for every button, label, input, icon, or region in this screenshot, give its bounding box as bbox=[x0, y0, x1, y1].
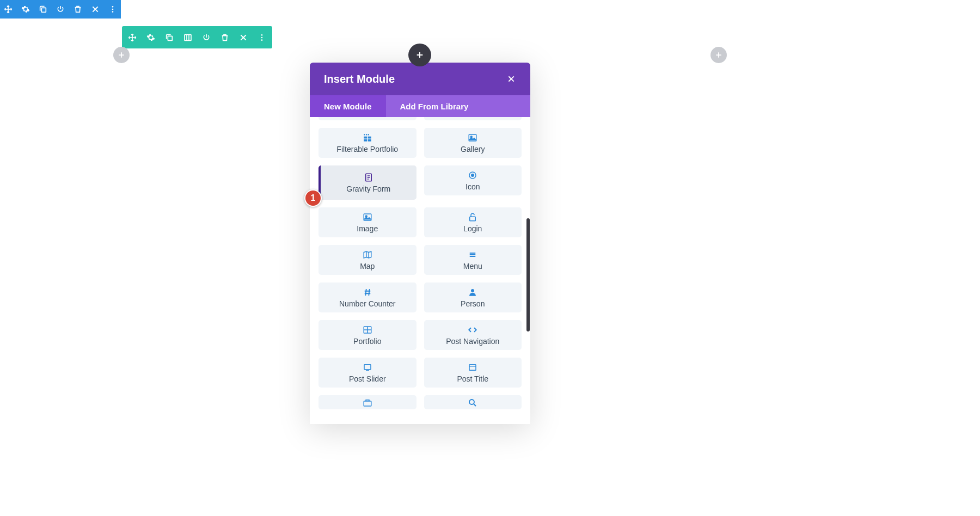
search-icon bbox=[468, 398, 477, 408]
modal-tabs: New Module Add From Library bbox=[310, 95, 530, 117]
add-module-button[interactable] bbox=[408, 44, 431, 66]
module-map[interactable]: Map bbox=[318, 245, 416, 275]
image-icon bbox=[468, 133, 477, 143]
module-filterable-portfolio[interactable]: Filterable Portfolio bbox=[318, 128, 416, 158]
module-label: Post Navigation bbox=[446, 337, 499, 346]
module-label: Filterable Portfolio bbox=[336, 145, 398, 153]
module-person[interactable]: Person bbox=[424, 282, 522, 312]
more-icon[interactable] bbox=[257, 33, 267, 42]
module-post-navigation[interactable]: Post Navigation bbox=[424, 320, 522, 350]
module-label: Menu bbox=[463, 262, 482, 271]
module-gallery[interactable]: Gallery bbox=[424, 128, 522, 158]
columns-icon[interactable] bbox=[183, 33, 193, 42]
svg-rect-13 bbox=[368, 139, 371, 142]
svg-rect-5 bbox=[185, 34, 191, 40]
tab-add-from-library[interactable]: Add From Library bbox=[386, 95, 530, 117]
form-icon bbox=[364, 173, 373, 182]
move-icon[interactable] bbox=[3, 4, 13, 14]
svg-rect-16 bbox=[368, 134, 369, 135]
section-toolbar bbox=[0, 0, 121, 19]
move-icon[interactable] bbox=[127, 33, 137, 42]
svg-point-21 bbox=[471, 174, 474, 176]
svg-rect-28 bbox=[469, 364, 476, 370]
target-icon bbox=[468, 170, 477, 180]
tab-new-module[interactable]: New Module bbox=[310, 95, 386, 117]
close-icon[interactable] bbox=[506, 74, 516, 84]
power-icon[interactable] bbox=[201, 33, 211, 42]
scrollbar-thumb[interactable] bbox=[526, 218, 530, 331]
module-label: Map bbox=[360, 262, 375, 271]
modal-header: Insert Module bbox=[310, 63, 530, 95]
module-post-title[interactable]: Post Title bbox=[424, 358, 522, 388]
row-toolbar bbox=[122, 26, 272, 48]
svg-point-6 bbox=[261, 34, 263, 36]
module-portfolio[interactable]: Portfolio bbox=[318, 320, 416, 350]
module-number-counter[interactable]: Number Counter bbox=[318, 282, 416, 312]
close-icon[interactable] bbox=[90, 4, 100, 14]
module-divider[interactable]: Divider bbox=[318, 117, 416, 120]
svg-point-2 bbox=[112, 9, 114, 10]
duplicate-icon[interactable] bbox=[164, 33, 174, 42]
duplicate-icon[interactable] bbox=[38, 4, 48, 14]
image-icon bbox=[363, 212, 372, 222]
add-column-left-button[interactable] bbox=[113, 47, 130, 63]
svg-rect-29 bbox=[364, 401, 371, 406]
module-menu[interactable]: Menu bbox=[424, 245, 522, 275]
insert-module-modal: Insert Module New Module Add From Librar… bbox=[310, 63, 530, 424]
module-item-partial[interactable] bbox=[424, 395, 522, 409]
modal-title: Insert Module bbox=[324, 73, 395, 85]
svg-rect-12 bbox=[364, 139, 367, 142]
module-label: Login bbox=[463, 224, 482, 233]
gear-icon[interactable] bbox=[146, 33, 156, 42]
trash-icon[interactable] bbox=[73, 4, 83, 14]
module-email-optin[interactable]: Email Optin bbox=[424, 117, 522, 120]
module-icon[interactable]: Icon bbox=[424, 165, 522, 195]
svg-point-1 bbox=[112, 6, 114, 8]
svg-point-30 bbox=[469, 400, 474, 404]
svg-rect-11 bbox=[368, 136, 371, 138]
nav-icon bbox=[468, 325, 477, 335]
menu-icon bbox=[468, 250, 477, 260]
person-icon bbox=[468, 287, 477, 297]
lock-icon bbox=[468, 212, 477, 222]
svg-rect-15 bbox=[366, 134, 367, 135]
module-label: Portfolio bbox=[353, 337, 381, 346]
svg-rect-4 bbox=[168, 36, 172, 40]
module-item-partial[interactable] bbox=[318, 395, 416, 409]
title-icon bbox=[468, 363, 477, 372]
module-label: Gallery bbox=[461, 145, 485, 153]
module-post-slider[interactable]: Post Slider bbox=[318, 358, 416, 388]
svg-rect-14 bbox=[364, 134, 365, 135]
svg-rect-0 bbox=[41, 8, 46, 12]
module-login[interactable]: Login bbox=[424, 207, 522, 237]
module-label: Gravity Form bbox=[346, 185, 390, 193]
more-icon[interactable] bbox=[108, 4, 118, 14]
hash-icon bbox=[363, 287, 372, 297]
add-column-right-button[interactable] bbox=[710, 47, 727, 63]
svg-rect-24 bbox=[470, 217, 476, 221]
grid-filter-icon bbox=[363, 133, 372, 143]
trash-icon[interactable] bbox=[220, 33, 230, 42]
module-label: Number Counter bbox=[339, 299, 396, 308]
module-label: Person bbox=[461, 299, 485, 308]
svg-point-3 bbox=[112, 11, 114, 13]
module-gravity-form[interactable]: Gravity Form bbox=[318, 165, 416, 200]
module-label: Post Slider bbox=[349, 374, 386, 383]
callout-badge-1: 1 bbox=[304, 189, 322, 207]
map-icon bbox=[363, 250, 372, 260]
svg-rect-10 bbox=[364, 136, 367, 138]
module-label: Icon bbox=[465, 182, 480, 191]
svg-rect-27 bbox=[364, 364, 371, 369]
svg-point-25 bbox=[471, 289, 474, 292]
module-image[interactable]: Image bbox=[318, 207, 416, 237]
svg-point-8 bbox=[261, 39, 263, 41]
grid-icon bbox=[363, 325, 372, 335]
close-icon[interactable] bbox=[238, 33, 248, 42]
power-icon[interactable] bbox=[56, 4, 65, 14]
gear-icon[interactable] bbox=[21, 4, 30, 14]
module-label: Image bbox=[357, 224, 378, 233]
module-grid: Divider Email Optin Filterable Portfolio bbox=[318, 117, 522, 409]
svg-point-7 bbox=[261, 36, 263, 38]
module-label: Post Title bbox=[457, 374, 488, 383]
slider-icon bbox=[363, 363, 372, 372]
